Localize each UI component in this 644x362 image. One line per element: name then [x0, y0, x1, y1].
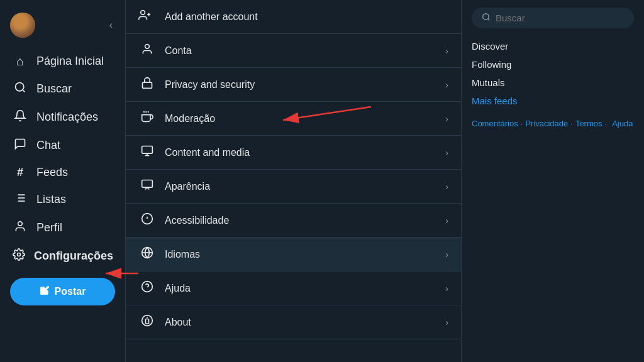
- menu-item-aparencia[interactable]: Aparência ›: [126, 170, 461, 204]
- svg-rect-18: [142, 146, 153, 154]
- sidebar-label-home: Página Inicial: [36, 55, 104, 68]
- svg-rect-30: [146, 319, 149, 324]
- menu-item-acessibilidade[interactable]: Acessibilidade ›: [126, 204, 461, 238]
- settings-panel: Add another account Conta › Privacy and …: [126, 0, 462, 362]
- sidebar-header: ‹: [5, 8, 120, 48]
- footer-links: Comentários · Privacidade · Termos · Aju…: [472, 119, 634, 130]
- chevron-icon: ›: [445, 114, 448, 124]
- menu-item-about[interactable]: About ›: [126, 305, 461, 339]
- add-account-item[interactable]: Add another account: [126, 0, 461, 34]
- search-input[interactable]: [496, 13, 624, 23]
- search-box[interactable]: [472, 8, 634, 28]
- svg-point-0: [16, 83, 24, 91]
- chevron-icon: ›: [445, 46, 448, 56]
- following-link[interactable]: Following: [472, 57, 634, 72]
- sidebar-item-home[interactable]: ⌂ Página Inicial: [5, 48, 120, 75]
- sidebar: ‹ ⌂ Página Inicial Buscar Notificações C…: [0, 0, 126, 362]
- sidebar-label-configuracoes: Configurações: [34, 250, 113, 263]
- sidebar-label-search: Buscar: [36, 82, 72, 96]
- chevron-icon: ›: [445, 216, 448, 226]
- discover-link[interactable]: Discover: [472, 38, 634, 54]
- svg-point-13: [145, 45, 150, 49]
- sidebar-item-notifications[interactable]: Notificações: [5, 103, 120, 131]
- chevron-icon: ›: [445, 80, 448, 90]
- chevron-icon: ›: [445, 148, 448, 158]
- post-button[interactable]: Postar: [10, 278, 115, 305]
- content-label: Content and media: [165, 147, 445, 158]
- right-links: Discover Following Mutuals Mais feeds: [472, 38, 634, 109]
- add-account-icon: [138, 9, 156, 25]
- sidebar-label-feeds: Feeds: [36, 166, 68, 179]
- chat-icon: [13, 138, 28, 153]
- about-label: About: [165, 317, 445, 328]
- moderacao-label: Moderação: [165, 113, 445, 124]
- aparencia-icon: [138, 178, 156, 194]
- avatar[interactable]: [10, 13, 35, 38]
- idiomas-label: Idiomas: [165, 249, 445, 260]
- footer-ajuda[interactable]: Ajuda: [612, 119, 633, 130]
- svg-rect-14: [143, 82, 152, 88]
- footer-dot-1: ·: [521, 119, 523, 130]
- footer-termos[interactable]: Termos: [575, 119, 602, 130]
- conta-icon: [138, 43, 156, 58]
- privacy-icon: [138, 77, 156, 92]
- right-panel: Discover Following Mutuals Mais feeds Co…: [462, 0, 644, 362]
- about-icon: [138, 314, 156, 330]
- sidebar-item-perfil[interactable]: Perfil: [5, 214, 120, 242]
- menu-item-privacy[interactable]: Privacy and security ›: [126, 68, 461, 102]
- svg-point-32: [483, 14, 489, 19]
- chevron-icon: ›: [445, 283, 448, 293]
- chevron-icon: ›: [445, 250, 448, 260]
- menu-item-ajuda[interactable]: Ajuda ›: [126, 272, 461, 305]
- footer-comentarios[interactable]: Comentários: [472, 119, 518, 130]
- ajuda-label: Ajuda: [165, 283, 445, 294]
- sidebar-item-configuracoes[interactable]: Configurações: [5, 242, 120, 270]
- main-nav: ⌂ Página Inicial Buscar Notificações Cha…: [5, 48, 120, 270]
- list-icon: [13, 192, 28, 207]
- svg-line-33: [488, 19, 490, 21]
- acessibilidade-icon: [138, 212, 156, 228]
- sidebar-label-notifications: Notificações: [36, 111, 98, 124]
- footer-dot-2: ·: [570, 119, 573, 130]
- chevron-icon: ›: [445, 317, 448, 327]
- post-label: Postar: [55, 286, 86, 297]
- sidebar-item-chat[interactable]: Chat: [5, 131, 120, 160]
- menu-item-moderacao[interactable]: Moderação ›: [126, 102, 461, 136]
- privacy-label: Privacy and security: [165, 79, 445, 90]
- moderacao-icon: [138, 111, 156, 126]
- chevron-icon: ›: [445, 182, 448, 192]
- sidebar-label-listas: Listas: [36, 193, 66, 206]
- search-icon: [13, 81, 28, 97]
- svg-point-8: [18, 222, 23, 226]
- gear-icon: [13, 248, 25, 264]
- menu-item-content[interactable]: Content and media ›: [126, 136, 461, 170]
- feeds-icon: #: [13, 166, 28, 179]
- idiomas-icon: [138, 246, 156, 262]
- svg-rect-21: [142, 180, 153, 188]
- sidebar-label-perfil: Perfil: [36, 221, 62, 234]
- content-icon: [138, 145, 156, 160]
- footer-privacidade[interactable]: Privacidade: [525, 119, 568, 130]
- mais-feeds-link[interactable]: Mais feeds: [472, 93, 634, 109]
- sidebar-item-search[interactable]: Buscar: [5, 75, 120, 103]
- svg-point-10: [141, 11, 145, 15]
- aparencia-label: Aparência: [165, 181, 445, 192]
- search-icon: [482, 13, 491, 23]
- add-account-label: Add another account: [165, 11, 258, 23]
- settings-menu: Add another account Conta › Privacy and …: [126, 0, 461, 362]
- sidebar-item-listas[interactable]: Listas: [5, 185, 120, 214]
- mutuals-link[interactable]: Mutuals: [472, 75, 634, 90]
- menu-item-idiomas[interactable]: Idiomas ›: [126, 238, 461, 272]
- collapse-button[interactable]: ‹: [107, 17, 115, 33]
- ajuda-icon: [138, 280, 156, 296]
- sidebar-label-chat: Chat: [36, 139, 60, 152]
- conta-label: Conta: [165, 45, 445, 57]
- profile-icon: [13, 220, 28, 236]
- svg-line-1: [23, 90, 25, 92]
- footer-dot-3: ·: [605, 119, 608, 130]
- svg-point-9: [18, 253, 21, 256]
- acessibilidade-label: Acessibilidade: [165, 215, 445, 226]
- menu-item-conta[interactable]: Conta ›: [126, 34, 461, 68]
- post-icon: [40, 285, 50, 298]
- sidebar-item-feeds[interactable]: # Feeds: [5, 160, 120, 185]
